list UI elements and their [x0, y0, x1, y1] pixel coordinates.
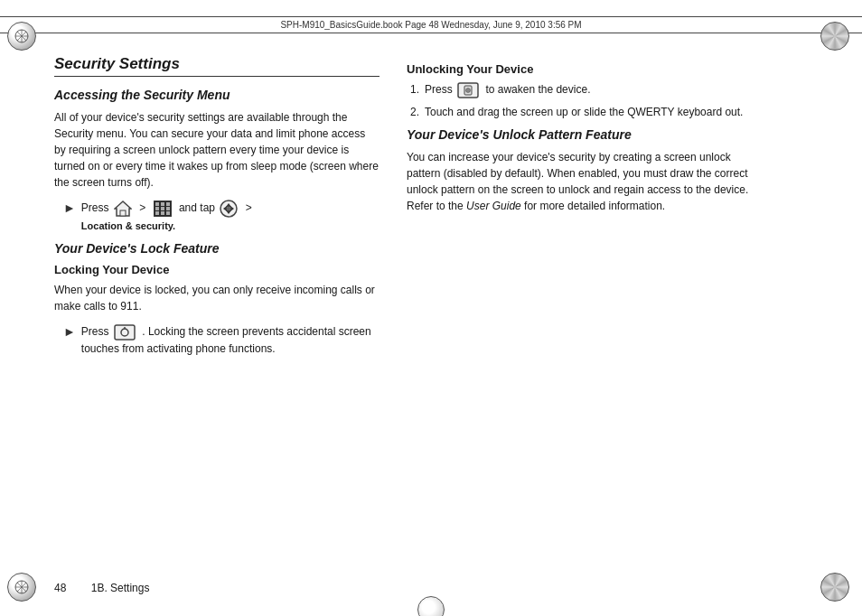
- svg-rect-17: [161, 207, 164, 210]
- arrow-symbol-2: ►: [63, 324, 76, 339]
- locking-arrow-item: ► Press . Locking the screen prevents ac…: [63, 323, 379, 357]
- unlocking-item1-content: Press to awaken the device.: [425, 81, 590, 98]
- menu-grid-icon: [154, 201, 172, 217]
- svg-rect-21: [166, 211, 170, 215]
- svg-rect-13: [155, 202, 159, 206]
- unlocking-item-1: 1. Press to awaken the device.: [410, 81, 750, 98]
- and-tap-label: and tap: [179, 201, 215, 214]
- right-column: Unlocking Your Device 1. Press: [407, 55, 750, 364]
- gt-1: >: [139, 201, 145, 214]
- press-label-2: Press: [81, 325, 109, 338]
- footer: 48 1B. Settings: [54, 582, 149, 594]
- nav-circle-icon: [220, 200, 238, 218]
- unlocking-item1-suffix: to awaken the device.: [485, 83, 590, 96]
- unlocking-item2-text: Touch and drag the screen up or slide th…: [425, 104, 743, 120]
- locking-instruction: Press . Locking the screen prevents acci…: [81, 323, 379, 357]
- lock-feature-heading: Your Device's Lock Feature: [54, 241, 379, 256]
- corner-decoration-br: [820, 573, 855, 607]
- arrow-symbol-1: ►: [63, 201, 76, 215]
- accessing-arrow-item: ► Press >: [63, 200, 379, 234]
- svg-rect-19: [155, 211, 159, 215]
- unlock-pattern-body-end: for more detailed information.: [524, 200, 665, 212]
- corner-decoration-tl: [7, 22, 42, 56]
- svg-rect-11: [120, 210, 126, 216]
- svg-rect-20: [161, 211, 164, 215]
- item-number-2: 2.: [410, 104, 419, 120]
- awaken-icon: [457, 82, 479, 98]
- svg-rect-16: [155, 207, 159, 210]
- press-label-3: Press: [425, 83, 453, 96]
- corner-decoration-bl: [7, 573, 42, 607]
- press-label-1: Press: [81, 201, 109, 214]
- footer-page-number: 48: [54, 582, 66, 594]
- svg-rect-14: [161, 202, 164, 206]
- svg-point-27: [227, 207, 231, 211]
- section-title: Security Settings: [54, 55, 379, 77]
- unlocking-subheading: Unlocking Your Device: [407, 62, 750, 76]
- accessing-body: All of your device's security settings a…: [54, 109, 379, 191]
- locking-body: When your device is locked, you can only…: [54, 282, 379, 314]
- header-bar: SPH-M910_BasicsGuide.book Page 48 Wednes…: [0, 16, 862, 33]
- gt-2: >: [246, 201, 252, 214]
- bottom-center-decoration: [417, 596, 445, 616]
- header-text: SPH-M910_BasicsGuide.book Page 48 Wednes…: [280, 20, 581, 30]
- unlocking-item-2: 2. Touch and drag the screen up or slide…: [410, 104, 750, 120]
- accessing-instruction: Press >: [81, 200, 255, 234]
- location-security-label: Location & security.: [81, 220, 175, 231]
- unlock-pattern-body: You can increase your device's security …: [407, 149, 750, 214]
- item-number-1: 1.: [410, 81, 419, 98]
- unlock-pattern-heading: Your Device's Unlock Pattern Feature: [407, 127, 750, 142]
- home-icon: [114, 201, 132, 217]
- left-column: Security Settings Accessing the Security…: [54, 55, 379, 364]
- footer-section: 1B. Settings: [91, 582, 150, 594]
- accessing-heading: Accessing the Security Menu: [54, 88, 379, 102]
- svg-rect-18: [166, 207, 170, 210]
- page-container: SPH-M910_BasicsGuide.book Page 48 Wednes…: [0, 16, 862, 616]
- user-guide-italic: User Guide: [466, 200, 521, 212]
- locking-subheading: Locking Your Device: [54, 263, 379, 276]
- svg-rect-15: [166, 202, 170, 206]
- unlocking-list: 1. Press to awaken the device.: [407, 81, 750, 120]
- svg-point-33: [466, 88, 471, 92]
- corner-decoration-tr: [820, 22, 855, 56]
- power-lock-icon: [114, 324, 136, 341]
- content-area: Security Settings Accessing the Security…: [0, 37, 862, 382]
